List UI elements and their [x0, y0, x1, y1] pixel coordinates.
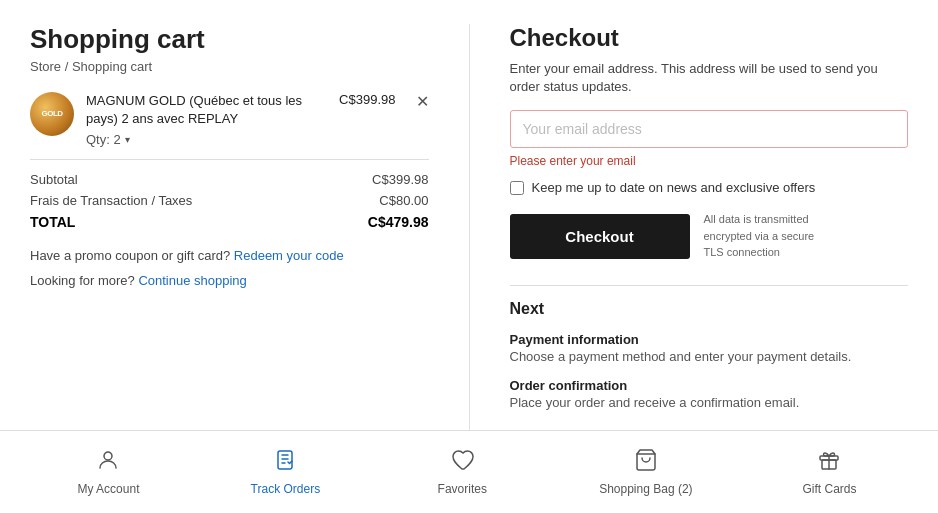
checkout-title: Checkout: [510, 24, 909, 52]
payment-info-title: Payment information: [510, 332, 909, 347]
next-item-payment: Payment information Choose a payment met…: [510, 332, 909, 364]
svg-point-0: [104, 452, 112, 460]
promo-link[interactable]: Redeem your code: [234, 248, 344, 263]
nav-shopping-bag-label: Shopping Bag (2): [599, 482, 692, 496]
continue-shopping-link[interactable]: Continue shopping: [138, 273, 246, 288]
order-confirm-title: Order confirmation: [510, 378, 909, 393]
tax-row: Frais de Transaction / Taxes C$80.00: [30, 193, 429, 208]
checkout-subtitle: Enter your email address. This address w…: [510, 60, 909, 96]
cart-item-price: C$399.98: [339, 92, 395, 107]
tax-value: C$80.00: [379, 193, 428, 208]
cart-divider: [30, 159, 429, 160]
clipboard-check-icon: [273, 448, 297, 476]
breadcrumb-store[interactable]: Store: [30, 59, 61, 74]
subtotal-label: Subtotal: [30, 172, 78, 187]
nav-gift-cards-label: Gift Cards: [802, 482, 856, 496]
email-error: Please enter your email: [510, 154, 909, 168]
nav-track-orders-label: Track Orders: [251, 482, 321, 496]
cart-item-row: GOLD MAGNUM GOLD (Québec et tous les pay…: [30, 92, 429, 147]
qty-chevron-icon: ▾: [125, 134, 130, 145]
left-column: Shopping cart Store / Shopping cart GOLD…: [30, 24, 429, 430]
cart-item-details: MAGNUM GOLD (Québec et tous les pays) 2 …: [86, 92, 327, 147]
bottom-nav: My Account Track Orders Favorites: [0, 430, 938, 513]
email-input[interactable]: [510, 110, 909, 148]
breadcrumb-current: Shopping cart: [72, 59, 152, 74]
promo-text: Have a promo coupon or gift card?: [30, 248, 230, 263]
next-section: Next Payment information Choose a paymen…: [510, 285, 909, 410]
nav-my-account-label: My Account: [77, 482, 139, 496]
next-item-confirmation: Order confirmation Place your order and …: [510, 378, 909, 410]
shopping-line: Looking for more? Continue shopping: [30, 273, 429, 288]
cart-item-name: MAGNUM GOLD (Québec et tous les pays) 2 …: [86, 92, 327, 128]
nav-shopping-bag[interactable]: Shopping Bag (2): [599, 448, 692, 496]
subtotal-row: Subtotal C$399.98: [30, 172, 429, 187]
page-title: Shopping cart: [30, 24, 429, 55]
nav-favorites[interactable]: Favorites: [422, 448, 502, 496]
total-label: TOTAL: [30, 214, 75, 230]
nav-favorites-label: Favorites: [438, 482, 487, 496]
nav-track-orders[interactable]: Track Orders: [245, 448, 325, 496]
order-confirm-desc: Place your order and receive a confirmat…: [510, 395, 909, 410]
payment-info-desc: Choose a payment method and enter your p…: [510, 349, 909, 364]
checkout-action-row: Checkout All data is transmitted encrypt…: [510, 211, 909, 261]
cart-item-qty[interactable]: Qty: 2 ▾: [86, 132, 327, 147]
cart-item-thumbnail: GOLD: [30, 92, 74, 136]
promo-line: Have a promo coupon or gift card? Redeem…: [30, 248, 429, 263]
shopping-text: Looking for more?: [30, 273, 135, 288]
next-title: Next: [510, 300, 909, 318]
right-column: Checkout Enter your email address. This …: [469, 24, 909, 430]
nav-my-account[interactable]: My Account: [68, 448, 148, 496]
person-icon: [96, 448, 120, 476]
bag-icon: [634, 448, 658, 476]
nav-gift-cards[interactable]: Gift Cards: [789, 448, 869, 496]
remove-item-button[interactable]: ✕: [416, 92, 429, 111]
secure-text: All data is transmitted encrypted via a …: [704, 211, 834, 261]
newsletter-row: Keep me up to date on news and exclusive…: [510, 180, 909, 195]
gift-icon: [817, 448, 841, 476]
breadcrumb-separator: /: [65, 59, 69, 74]
total-value: C$479.98: [368, 214, 429, 230]
checkout-button[interactable]: Checkout: [510, 214, 690, 259]
heart-icon: [450, 448, 474, 476]
subtotal-value: C$399.98: [372, 172, 428, 187]
total-row: TOTAL C$479.98: [30, 214, 429, 230]
tax-label: Frais de Transaction / Taxes: [30, 193, 192, 208]
newsletter-label: Keep me up to date on news and exclusive…: [532, 180, 816, 195]
newsletter-checkbox[interactable]: [510, 181, 524, 195]
svg-rect-1: [278, 451, 292, 469]
breadcrumb: Store / Shopping cart: [30, 59, 429, 74]
